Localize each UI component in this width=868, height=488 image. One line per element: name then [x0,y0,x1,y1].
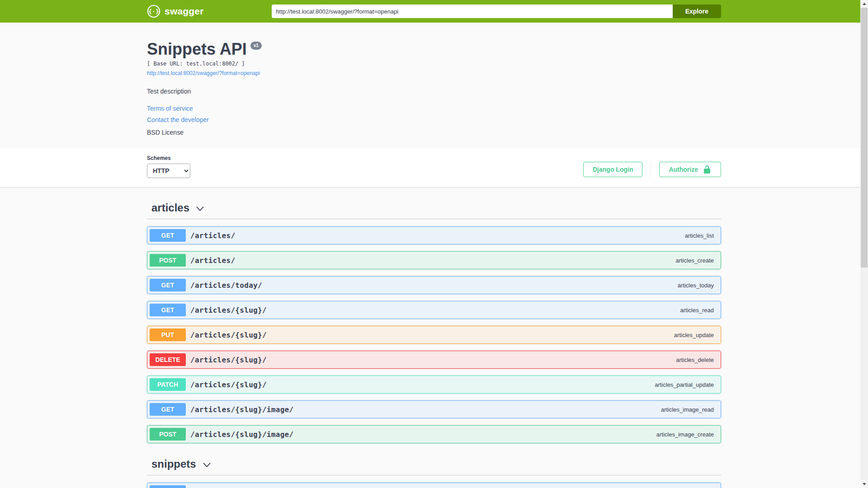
opblock-articles_update: PUT/articles/{slug}/articles_update [147,326,721,344]
opblock-articles_delete: DELETE/articles/{slug}/articles_delete [147,351,721,369]
operations-container: articlesGET/articles/articles_listPOST/a… [138,197,730,488]
django-login-label: Django Login [593,166,633,173]
operation-path[interactable]: /articles/ [190,231,235,240]
scroll-down-icon [863,483,866,485]
operation-id: articles_today [262,282,718,289]
swagger-logo[interactable]: {·} swagger [147,5,204,18]
scroll-up-arrow[interactable] [860,0,868,8]
method-badge: GET [150,403,186,416]
operation-summary[interactable]: PATCH/articles/{slug}/articles_partial_u… [147,376,721,393]
version-badge: v1 [250,42,262,50]
opblock-articles_create: POST/articles/articles_create [147,251,721,269]
method-badge: GET [150,279,186,291]
auth-divider [651,161,651,178]
operation-path[interactable]: /articles/today/ [190,281,262,290]
method-badge: PATCH [150,378,186,391]
method-badge: PUT [150,328,186,341]
method-badge: DELETE [150,353,186,366]
operation-id: articles_read [267,307,718,314]
operation-id: articles_list [235,232,718,239]
scheme-section: Schemes HTTP Django Login Authorize [0,148,868,187]
schemes-label: Schemes [147,155,190,161]
schemes-group: Schemes HTTP [147,155,190,178]
license-text: BSD License [147,129,721,136]
operation-path[interactable]: /articles/ [190,256,235,265]
expand-collapse-arrow[interactable] [196,205,204,213]
opblock-articles_today: GET/articles/today/articles_today [147,276,721,294]
page-title: Snippets API v1 [147,40,721,58]
opblock-articles_list: GET/articles/articles_list [147,226,721,244]
operation-path[interactable]: /articles/{slug}/ [190,380,267,389]
operation-summary[interactable]: DELETE/articles/{slug}/articles_delete [147,351,721,368]
operation-summary[interactable]: GET/articles/today/articles_today [147,277,721,294]
auth-wrapper: Django Login Authorize [583,161,721,178]
explore-form: Explore [272,5,721,18]
opblock-articles_image_create: POST/articles/{slug}/image/articles_imag… [147,425,721,443]
tag-name: articles [151,202,189,214]
tag-header-snippets[interactable]: snippets [147,453,721,475]
operation-id: articles_image_read [293,406,718,413]
opblock-snippets_list: GET/snippets/snippets_list [147,483,721,488]
explore-button[interactable]: Explore [673,5,721,18]
operation-summary[interactable]: GET/articles/{slug}/articles_read [147,301,721,319]
expand-collapse-arrow[interactable] [203,461,211,469]
tag-header-articles[interactable]: articles [147,197,721,219]
django-login-button[interactable]: Django Login [583,162,642,177]
operation-summary[interactable]: POST/articles/{slug}/image/articles_imag… [147,426,721,443]
operation-id: articles_create [235,257,718,264]
scrollbar[interactable] [860,0,868,488]
method-badge: GET [150,485,186,488]
operation-summary[interactable]: PUT/articles/{slug}/articles_update [147,326,721,343]
method-badge: POST [150,254,186,267]
authorize-label: Authorize [669,166,698,173]
operation-path[interactable]: /articles/{slug}/ [190,356,267,364]
tag-section-articles: articlesGET/articles/articles_listPOST/a… [147,197,721,443]
operation-path[interactable]: /articles/{slug}/ [190,331,267,339]
info-section: Snippets API v1 [ Base URL: test.local:8… [0,23,868,148]
authorize-button[interactable]: Authorize [659,162,721,177]
method-badge: GET [150,229,186,242]
svg-text:{·}: {·} [148,8,159,15]
contact-developer-link[interactable]: Contact the developer [147,116,209,123]
swagger-brand-text: swagger [165,6,204,17]
operation-path[interactable]: /articles/{slug}/image/ [190,430,293,439]
api-description: Test description [147,88,721,95]
tag-name: snippets [151,458,196,470]
operation-path[interactable]: /articles/{slug}/ [190,306,267,314]
terms-of-service-link[interactable]: Terms of service [147,105,193,112]
operation-id: articles_image_create [293,431,718,438]
operation-id: articles_partial_update [267,381,718,388]
api-title-text: Snippets API [147,40,247,58]
base-url: [ Base URL: test.local:8002/ ] [147,61,721,67]
topbar: {·} swagger Explore [0,0,868,23]
operation-summary[interactable]: GET/snippets/snippets_list [147,483,721,488]
api-title-group: Snippets API v1 [ Base URL: test.local:8… [147,40,721,77]
operation-path[interactable]: /articles/{slug}/image/ [190,405,293,414]
operation-summary[interactable]: GET/articles/articles_list [147,227,721,244]
scrollbar-thumb[interactable] [861,8,868,267]
api-url-input[interactable] [272,5,673,18]
scroll-down-arrow[interactable] [860,480,868,488]
operation-summary[interactable]: POST/articles/articles_create [147,252,721,269]
tag-section-snippets: snippetsGET/snippets/snippets_list [147,453,721,488]
operation-id: articles_update [267,332,718,338]
method-badge: GET [150,304,186,316]
spec-link[interactable]: http://test.local:8002/swagger/?format=o… [147,70,260,76]
chevron-down-icon [196,205,204,213]
chevron-down-icon [203,461,211,469]
scroll-up-icon [863,3,866,5]
swagger-logo-icon: {·} [147,5,160,18]
schemes-select[interactable]: HTTP [147,164,190,178]
operation-id: articles_delete [267,357,718,363]
opblock-articles_image_read: GET/articles/{slug}/image/articles_image… [147,400,721,418]
method-badge: POST [150,428,186,441]
opblock-articles_partial_update: PATCH/articles/{slug}/articles_partial_u… [147,375,721,394]
operation-summary[interactable]: GET/articles/{slug}/image/articles_image… [147,401,721,418]
unlock-icon [703,165,712,174]
opblock-articles_read: GET/articles/{slug}/articles_read [147,301,721,319]
